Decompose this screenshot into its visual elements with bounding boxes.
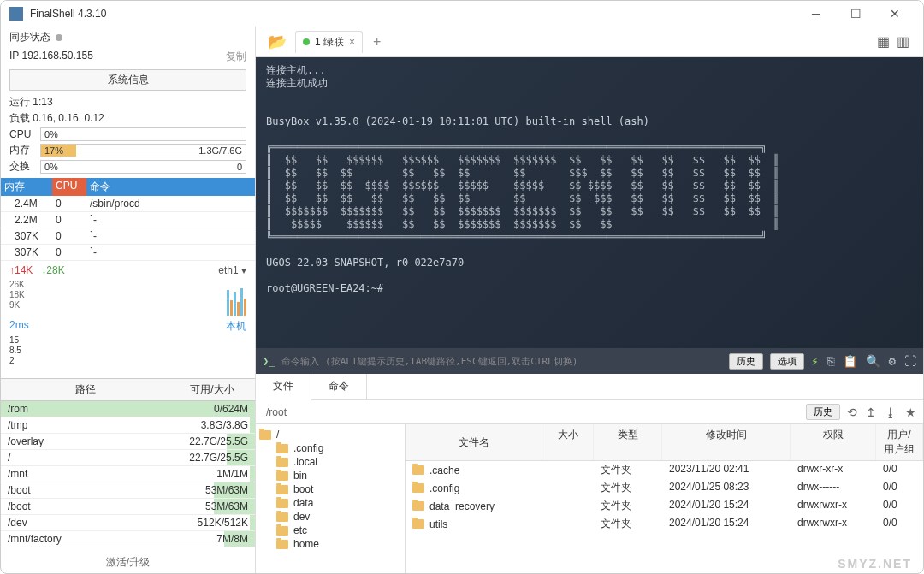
file-row[interactable]: data_recovery文件夹2024/01/20 15:24drwxrwxr…	[406, 497, 923, 515]
disk-row[interactable]: /boot53M/63M	[1, 482, 255, 499]
tab-commands[interactable]: 命令	[311, 374, 367, 399]
net-upload: ↑14K	[9, 264, 33, 276]
disk-row[interactable]: /rom0/624M	[1, 401, 255, 417]
cpu-bar: 0%	[40, 127, 246, 141]
folder-icon	[276, 540, 288, 549]
history-button[interactable]: 历史	[729, 353, 763, 370]
copy-icon[interactable]: ⎘	[827, 355, 834, 368]
maximize-button[interactable]: ☐	[836, 1, 875, 27]
file-list-header: 文件名 大小 类型 修改时间 权限 用户/用户组	[406, 424, 923, 461]
interface-select[interactable]: eth1 ▾	[218, 264, 246, 276]
close-tab-icon[interactable]: ×	[349, 36, 355, 48]
file-row[interactable]: .config文件夹2024/01/25 08:23drwx------0/0	[406, 479, 923, 497]
ping-chart: 158.52	[1, 335, 255, 373]
folder-tree[interactable]: /.config.localbinbootdatadevetchome	[256, 424, 406, 574]
system-info-button[interactable]: 系统信息	[9, 69, 246, 91]
disk-row[interactable]: /22.7G/25.5G	[1, 450, 255, 466]
tree-item[interactable]: home	[256, 537, 405, 551]
path-input[interactable]: /root	[263, 405, 799, 420]
folder-icon	[412, 465, 424, 475]
folder-icon[interactable]: 📂	[263, 33, 292, 51]
disk-row[interactable]: /mnt1M/1M	[1, 466, 255, 482]
swap-label: 交换	[9, 159, 35, 174]
download-icon[interactable]: ⭳	[885, 405, 897, 419]
tree-item[interactable]: dev	[256, 510, 405, 524]
tab-session[interactable]: 1 绿联 ×	[295, 31, 363, 53]
disk-row[interactable]: /boot53M/63M	[1, 499, 255, 515]
paste-icon[interactable]: 📋	[843, 355, 857, 368]
window-title: FinalShell 4.3.10	[30, 8, 797, 20]
folder-icon	[276, 512, 288, 522]
mem-label: 内存	[9, 143, 35, 157]
disk-row[interactable]: /overlay22.7G/25.5G	[1, 434, 255, 450]
sync-status-label: 同步状态	[9, 30, 50, 44]
activate-button[interactable]: 激活/升级	[1, 550, 255, 574]
terminal[interactable]: 连接主机... 连接主机成功 BusyBox v1.35.0 (2024-01-…	[256, 57, 923, 374]
net-download: ↓28K	[41, 264, 64, 276]
copy-button[interactable]: 复制	[226, 50, 246, 64]
tree-item[interactable]: data	[256, 496, 405, 510]
folder-icon	[276, 499, 288, 508]
grid-view-icon[interactable]: ▦	[877, 33, 890, 50]
tab-files[interactable]: 文件	[256, 374, 311, 400]
disk-row[interactable]: /dev512K/512K	[1, 515, 255, 531]
disk-row[interactable]: /mnt/factory7M/8M	[1, 531, 255, 547]
tree-item[interactable]: bin	[256, 469, 405, 482]
process-row[interactable]: 2.2M0`-	[1, 212, 255, 228]
process-row[interactable]: 307K0`-	[1, 228, 255, 245]
disk-row[interactable]: /tmp3.8G/3.8G	[1, 417, 255, 434]
swap-bar: 0% 0	[40, 160, 246, 174]
app-icon	[9, 7, 23, 21]
column-view-icon[interactable]: ▥	[897, 33, 909, 50]
bolt-icon[interactable]: ⚡	[811, 355, 818, 368]
status-dot-icon	[303, 38, 310, 45]
tree-item[interactable]: etc	[256, 524, 405, 537]
bookmark-icon[interactable]: ★	[905, 405, 916, 419]
load-label: 负载 0.16, 0.16, 0.12	[1, 110, 255, 127]
folder-icon	[412, 519, 424, 529]
tree-item[interactable]: .config	[256, 441, 405, 455]
ping-host[interactable]: 本机	[226, 319, 246, 334]
close-button[interactable]: ✕	[875, 1, 915, 27]
ping-value: 2ms	[9, 319, 29, 334]
tree-item[interactable]: /	[256, 428, 405, 441]
net-chart: 26K18K9K	[1, 280, 255, 317]
upload-icon[interactable]: ↥	[866, 405, 876, 419]
fullscreen-icon[interactable]: ⛶	[904, 355, 916, 368]
mem-bar: 17% 1.3G/7.6G	[40, 144, 246, 157]
process-row[interactable]: 2.4M0/sbin/procd	[1, 196, 255, 212]
refresh-icon[interactable]: ⟲	[847, 405, 857, 419]
folder-icon	[276, 444, 288, 453]
uptime-label: 运行 1:13	[1, 94, 255, 110]
status-dot-icon	[56, 34, 62, 41]
file-row[interactable]: .cache文件夹2023/11/20 02:41drwxr-xr-x0/0	[406, 461, 923, 479]
history-button[interactable]: 历史	[806, 404, 840, 420]
disk-header: 路径 可用/大小	[1, 378, 255, 401]
folder-icon	[276, 526, 288, 536]
ip-address: IP 192.168.50.155	[9, 50, 93, 64]
file-row[interactable]: utils文件夹2024/01/20 15:24drwxrwxr-x0/0	[406, 515, 923, 533]
folder-icon	[276, 485, 288, 494]
folder-icon	[276, 471, 288, 481]
tree-item[interactable]: boot	[256, 482, 405, 496]
folder-icon	[276, 458, 288, 467]
process-row[interactable]: 307K0`-	[1, 245, 255, 261]
search-icon[interactable]: 🔍	[866, 355, 880, 368]
minimize-button[interactable]: ─	[797, 1, 836, 27]
watermark: SMYZ.NET	[838, 557, 912, 571]
tree-item[interactable]: .local	[256, 455, 405, 469]
add-tab-button[interactable]: +	[366, 34, 388, 50]
command-input[interactable]: 命令输入 (按ALT键提示历史,TAB键路径,ESC键返回,双击CTRL切换)	[281, 355, 722, 368]
settings-icon[interactable]: ⚙	[889, 355, 896, 368]
prompt-icon: ❯_	[263, 355, 275, 368]
options-button[interactable]: 选项	[770, 353, 804, 370]
folder-icon	[412, 501, 424, 511]
cpu-label: CPU	[9, 128, 35, 140]
process-header: 内存 CPU 命令	[1, 178, 255, 196]
folder-icon	[412, 483, 424, 493]
folder-icon	[259, 430, 271, 440]
